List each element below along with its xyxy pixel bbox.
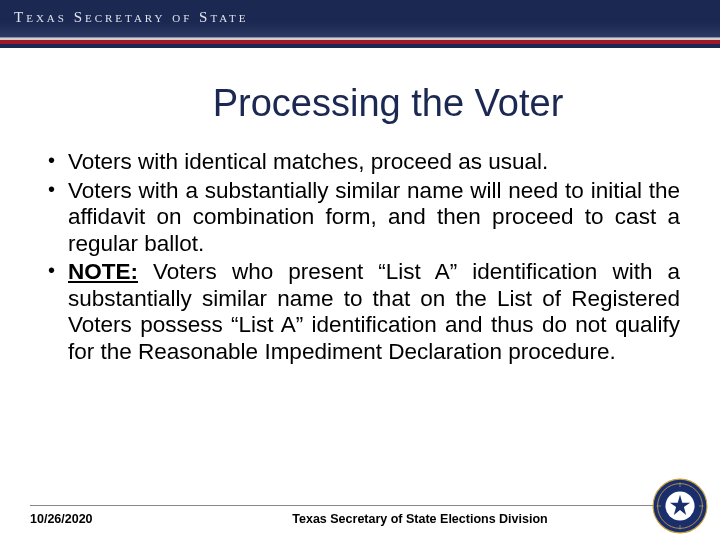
state-seal-icon [652,478,708,534]
bullet-item: Voters with a substantially similar name… [44,178,680,258]
bullet-text: Voters with a substantially similar name… [68,178,680,256]
header-stripe [0,38,720,48]
note-label: NOTE: [68,259,138,284]
header-org: Texas Secretary of State [14,9,248,25]
footer-center: Texas Secretary of State Elections Divis… [188,512,652,526]
footer-date: 10/26/2020 [18,512,188,526]
bullet-text: Voters who present “List A” identificati… [68,259,680,364]
bullet-item: Voters with identical matches, proceed a… [44,149,680,176]
footer: 10/26/2020 Texas Secretary of State Elec… [0,505,720,526]
slide-body: Voters with identical matches, proceed a… [0,149,720,365]
bullet-text: Voters with identical matches, proceed a… [68,149,548,174]
bullet-list: Voters with identical matches, proceed a… [44,149,680,365]
slide-title: Processing the Voter [56,82,720,125]
footer-rule [30,505,670,506]
header-bar: Texas Secretary of State [0,0,720,38]
bullet-item: NOTE: Voters who present “List A” identi… [44,259,680,365]
